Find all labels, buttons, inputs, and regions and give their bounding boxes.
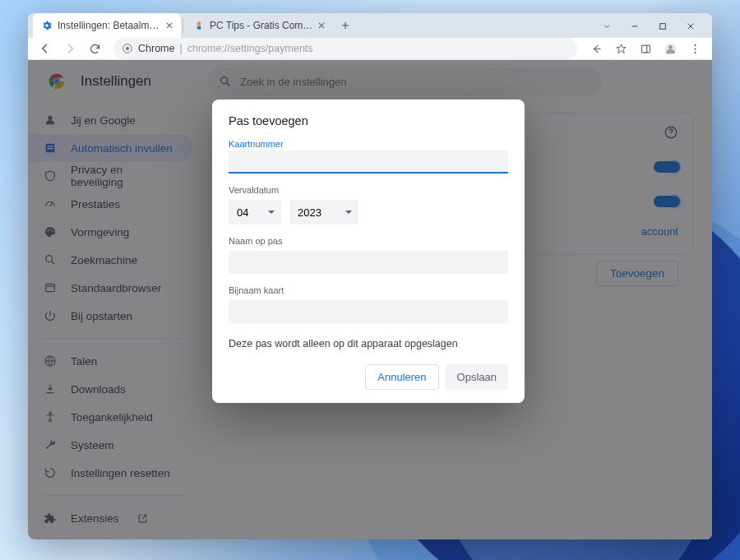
close-window-button[interactable]	[679, 18, 702, 35]
svg-point-10	[694, 51, 696, 53]
card-number-input[interactable]	[229, 150, 508, 174]
back-button[interactable]	[35, 38, 56, 59]
forward-button[interactable]	[59, 38, 81, 59]
cancel-button[interactable]: Annuleren	[365, 364, 438, 390]
side-panel-icon[interactable]	[635, 38, 656, 59]
svg-point-8	[694, 44, 696, 46]
dialog-title: Pas toevoegen	[229, 114, 508, 127]
share-icon[interactable]	[585, 38, 607, 59]
chevron-down-icon[interactable]	[595, 18, 618, 35]
minimize-button[interactable]	[623, 18, 646, 35]
dialog-note: Deze pas wordt alleen op dit apparaat op…	[229, 338, 508, 349]
close-icon[interactable]	[166, 22, 173, 29]
name-on-card-input[interactable]	[229, 251, 508, 274]
site-icon	[193, 20, 205, 31]
profile-icon[interactable]	[659, 38, 681, 59]
tab-settings-payments[interactable]: Instellingen: Betaalmethoden	[33, 13, 181, 38]
close-icon[interactable]	[318, 22, 325, 29]
svg-rect-1	[197, 26, 201, 30]
save-button[interactable]: Opslaan	[446, 364, 508, 390]
url-path: chrome://settings/payments	[187, 43, 313, 54]
card-number-label: Kaartnummer	[229, 139, 508, 149]
svg-rect-2	[660, 24, 666, 30]
add-card-dialog: Pas toevoegen Kaartnummer Vervaldatum 04…	[212, 100, 525, 403]
tab-pctips[interactable]: PC Tips - Gratis Computer Tips, i	[185, 13, 333, 38]
chrome-window: Instellingen: Betaalmethoden PC Tips - G…	[28, 13, 712, 539]
nickname-label: Bijnaam kaart	[229, 285, 508, 295]
svg-point-4	[126, 47, 129, 50]
tab-label: Instellingen: Betaalmethoden	[58, 20, 161, 31]
tab-strip: Instellingen: Betaalmethoden PC Tips - G…	[28, 13, 712, 38]
name-on-card-label: Naam op pas	[229, 236, 508, 246]
menu-icon[interactable]	[684, 38, 705, 59]
url-scheme: Chrome	[138, 43, 174, 54]
bookmark-icon[interactable]	[610, 38, 631, 59]
expiry-label: Vervaldatum	[229, 185, 508, 195]
chrome-page-icon	[122, 43, 133, 54]
address-bar[interactable]: Chrome | chrome://settings/payments	[113, 38, 577, 59]
svg-point-7	[668, 44, 673, 49]
expiry-year-select[interactable]: 2023	[289, 200, 358, 224]
reload-button[interactable]	[84, 38, 105, 59]
tab-label: PC Tips - Gratis Computer Tips, i	[210, 20, 313, 31]
nickname-input[interactable]	[229, 300, 508, 323]
svg-point-9	[694, 48, 696, 49]
browser-toolbar: Chrome | chrome://settings/payments	[28, 38, 712, 60]
new-tab-button[interactable]	[336, 16, 354, 35]
maximize-button[interactable]	[651, 18, 674, 35]
gear-icon	[41, 20, 53, 31]
svg-point-0	[197, 21, 201, 25]
svg-rect-5	[641, 45, 650, 53]
expiry-month-select[interactable]: 04	[229, 200, 281, 224]
